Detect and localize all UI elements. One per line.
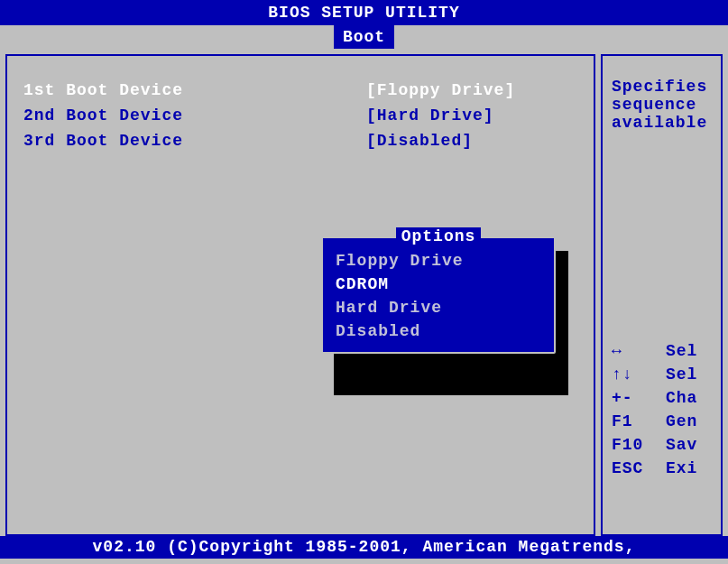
- popup-title: Options: [323, 227, 554, 245]
- option-harddrive[interactable]: Hard Drive: [336, 296, 541, 319]
- help-row: ↑↓ Sel: [612, 363, 712, 386]
- boot-device-row-1[interactable]: 1st Boot Device [Floppy Drive]: [23, 78, 577, 103]
- updown-icon: ↑↓: [612, 363, 666, 386]
- boot-device-row-2[interactable]: 2nd Boot Device [Hard Drive]: [23, 103, 577, 128]
- esc-key: ESC: [612, 457, 666, 480]
- boot-device-value: [Hard Drive]: [366, 103, 494, 128]
- plusminus-icon: +-: [612, 386, 666, 410]
- help-text: Cha: [666, 386, 697, 410]
- f10-key: F10: [612, 433, 666, 457]
- bios-title: BIOS SETUP UTILITY: [0, 0, 728, 25]
- help-row: F10 Sav: [612, 433, 712, 457]
- help-row: +- Cha: [612, 386, 712, 410]
- help-row: F1 Gen: [612, 410, 712, 433]
- boot-device-row-3[interactable]: 3rd Boot Device [Disabled]: [23, 128, 577, 153]
- option-disabled[interactable]: Disabled: [336, 319, 541, 343]
- boot-device-value: [Disabled]: [366, 128, 473, 153]
- boot-device-label: 3rd Boot Device: [23, 128, 366, 153]
- help-row: ESC Exi: [612, 457, 712, 480]
- side-desc-line: available: [612, 114, 712, 132]
- side-panel: Specifies sequence available ↔ Sel ↑↓ Se…: [601, 54, 723, 536]
- tab-boot[interactable]: Boot: [334, 25, 394, 49]
- help-row: ↔ Sel: [612, 339, 712, 363]
- side-desc-line: Specifies: [612, 78, 712, 96]
- main-panel: 1st Boot Device [Floppy Drive] 2nd Boot …: [5, 54, 595, 536]
- options-popup: Options Floppy Drive CDROM Hard Drive Di…: [321, 236, 556, 354]
- leftright-icon: ↔: [612, 339, 666, 363]
- tab-bar: Boot: [0, 25, 728, 49]
- f1-key: F1: [612, 410, 666, 433]
- boot-device-label: 2nd Boot Device: [23, 103, 366, 128]
- footer-copyright: v02.10 (C)Copyright 1985-2001, American …: [0, 536, 728, 559]
- help-text: Exi: [666, 457, 697, 480]
- help-text: Sav: [666, 433, 697, 457]
- side-desc-line: sequence: [612, 96, 712, 114]
- option-cdrom[interactable]: CDROM: [336, 273, 541, 296]
- boot-device-value: [Floppy Drive]: [366, 78, 515, 103]
- help-text: Sel: [666, 363, 697, 386]
- boot-device-label: 1st Boot Device: [23, 78, 366, 103]
- content-area: 1st Boot Device [Floppy Drive] 2nd Boot …: [0, 49, 728, 536]
- help-text: Gen: [666, 410, 697, 433]
- help-text: Sel: [666, 339, 697, 363]
- option-floppy[interactable]: Floppy Drive: [336, 249, 541, 273]
